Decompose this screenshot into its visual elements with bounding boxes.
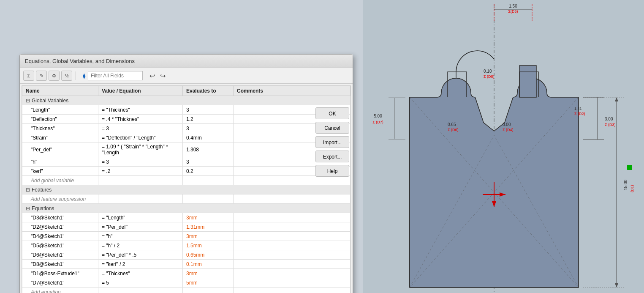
table-cell[interactable] [234,250,351,260]
table-cell[interactable]: 1.308 [183,142,234,157]
svg-text:Σ (D6): Σ (D6) [448,128,459,132]
help-button[interactable]: Help [315,165,349,177]
add-row-cell[interactable]: Add global variable [22,176,98,185]
table-cell[interactable]: "D1@Boss-Extrude1" [22,269,98,278]
table-cell[interactable]: 1.5mm [183,241,234,250]
table-row: "D1@Boss-Extrude1"= "Thicknes"3mm [22,269,351,278]
settings-btn[interactable]: ⚙ [49,71,60,81]
table-cell[interactable]: 3mm [183,269,234,278]
svg-rect-48 [627,165,632,170]
redo-btn[interactable]: ↪ [158,72,167,80]
table-row: "Deflection"= .4 * "Thicknes"1.2 [22,115,351,124]
table-cell[interactable]: 3 [183,157,234,167]
import-button[interactable]: Import... [315,136,349,148]
equations-table: Name Value / Equation Evaluates to Comme… [22,86,351,293]
col-comments: Comments [234,86,351,96]
table-cell[interactable]: = "Thicknes" [98,269,183,278]
table-cell[interactable]: "h" [22,157,98,167]
filter-icon: ⧫ [83,73,85,79]
add-row-cell [183,194,234,204]
ok-button[interactable]: OK [315,107,349,119]
table-cell[interactable] [234,222,351,232]
table-cell[interactable] [234,213,351,222]
table-cell[interactable]: = 5 [98,278,183,288]
table-cell[interactable]: "D4@Sketch1" [22,232,98,241]
table-row: ⊟Equations [22,204,351,213]
table-row: "D8@Sketch1"= "kerf" / 20.1mm [22,260,351,269]
table-cell[interactable]: = 3 [98,124,183,133]
table-cell[interactable]: "D7@Sketch1" [22,278,98,288]
table-cell[interactable]: "Thicknes" [22,124,98,133]
table-cell[interactable] [234,269,351,278]
table-cell[interactable]: 0.65mm [183,250,234,260]
table-row: Add global variable [22,176,351,185]
table-cell[interactable]: "D8@Sketch1" [22,260,98,269]
table-row: "kerf"= .20.2 [22,167,351,176]
table-cell[interactable]: 0.2 [183,167,234,176]
export-button[interactable]: Export... [315,151,349,162]
table-cell[interactable]: 5mm [183,278,234,288]
table-cell[interactable] [234,260,351,269]
table-cell[interactable]: = "Thicknes" [98,105,183,115]
table-cell[interactable]: 3 [183,105,234,115]
table-cell[interactable]: = "kerf" / 2 [98,260,183,269]
col-name: Name [22,86,98,96]
toggle-btn[interactable]: ½ [61,71,72,81]
table-cell[interactable]: 3mm [183,213,234,222]
add-row-cell [234,288,351,293]
table-cell[interactable]: 0.4mm [183,133,234,142]
table-area: Name Value / Equation Evaluates to Comme… [20,84,353,293]
table-cell[interactable]: = .2 [98,167,183,176]
table-cell[interactable]: = .4 * "Thicknes" [98,115,183,124]
table-row: "Length"= "Thicknes"3 [22,105,351,115]
table-cell[interactable]: = "Length" [98,213,183,222]
table-cell[interactable]: = "Deflection" / "Length" [98,133,183,142]
table-row: Add feature suppression [22,194,351,204]
table-cell[interactable]: "Deflection" [22,115,98,124]
table-cell[interactable]: 1.31mm [183,222,234,232]
table-cell[interactable] [234,278,351,288]
table-cell[interactable]: = "Per_def" * .5 [98,250,183,260]
add-row-cell[interactable]: Add equation [22,288,98,293]
table-cell[interactable]: = "h" / 2 [98,241,183,250]
table-cell[interactable]: = 3 [98,157,183,167]
add-equation-btn[interactable]: Σ [23,71,34,81]
add-row-cell[interactable]: Add feature suppression [22,194,98,204]
table-cell[interactable] [234,241,351,250]
table-cell[interactable]: = "Per_def" [98,222,183,232]
table-cell[interactable]: "Length" [22,105,98,115]
undo-redo-section: ↩ ↪ [148,72,167,80]
svg-text:0.10: 0.10 [484,69,492,74]
table-cell[interactable]: = "h" [98,232,183,241]
filter-input[interactable] [88,71,143,80]
table-cell[interactable]: "D6@Sketch1" [22,250,98,260]
table-cell[interactable]: "Strain" [22,133,98,142]
table-cell[interactable]: "Per_def" [22,142,98,157]
cancel-button[interactable]: Cancel [315,122,349,134]
svg-text:3.00: 3.00 [605,117,613,121]
table-cell[interactable]: "D5@Sketch1" [22,241,98,250]
undo-btn[interactable]: ↩ [148,72,157,80]
svg-text:0.65: 0.65 [448,122,456,127]
add-row-cell [183,288,234,293]
add-row-cell [98,194,183,204]
table-row: Add equation [22,288,351,293]
table-header-row: Name Value / Equation Evaluates to Comme… [22,86,351,96]
table-cell[interactable] [234,232,351,241]
dialog-body: Name Value / Equation Evaluates to Comme… [20,84,353,293]
table-cell[interactable]: "D3@Sketch1" [22,213,98,222]
table-cell[interactable]: 1.2 [183,115,234,124]
table-cell[interactable]: 3 [183,124,234,133]
table-cell[interactable]: "kerf" [22,167,98,176]
table-cell[interactable]: 3mm [183,232,234,241]
dialog-title: Equations, Global Variables, and Dimensi… [20,55,353,68]
table-row: "D6@Sketch1"= "Per_def" * .50.65mm [22,250,351,260]
table-cell[interactable]: "D2@Sketch1" [22,222,98,232]
edit-btn[interactable]: ✎ [36,71,47,81]
table-cell[interactable]: 0.1mm [183,260,234,269]
add-row-cell [98,176,183,185]
table-row: "D7@Sketch1"= 55mm [22,278,351,288]
table-row: ⊟Global Variables [22,96,351,105]
svg-text:Σ (D4): Σ (D4) [503,128,514,132]
table-cell[interactable]: = 1.09 * ( "Strain" * "Length" * "Length [98,142,183,157]
